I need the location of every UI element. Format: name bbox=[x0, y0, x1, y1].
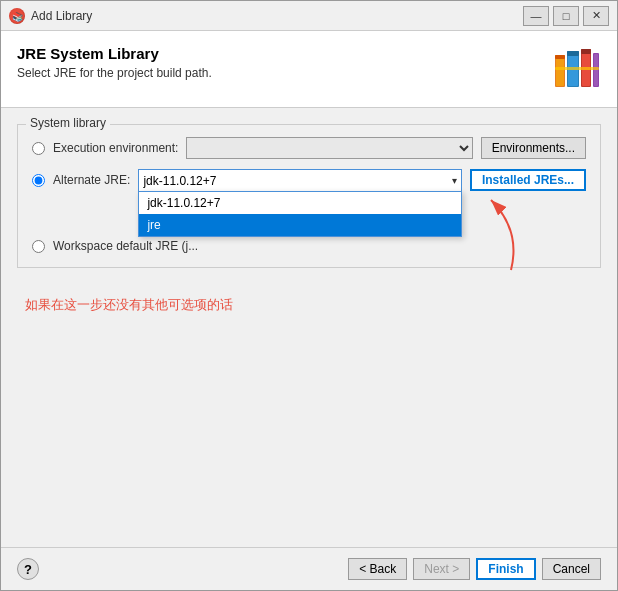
svg-text:📚: 📚 bbox=[12, 11, 24, 23]
annotation-text: 如果在这一步还没有其他可选项的话 bbox=[25, 296, 233, 314]
main-content: System library Execution environment: En… bbox=[1, 108, 617, 547]
window-title: Add Library bbox=[31, 9, 523, 23]
execution-env-row: Execution environment: Environments... bbox=[32, 137, 586, 159]
title-bar: 📚 Add Library — □ ✕ bbox=[1, 1, 617, 31]
maximize-button[interactable]: □ bbox=[553, 6, 579, 26]
header-icon bbox=[553, 45, 601, 93]
add-library-window: 📚 Add Library — □ ✕ JRE System Library S… bbox=[0, 0, 618, 591]
help-area: ? bbox=[17, 558, 39, 580]
workspace-default-radio[interactable] bbox=[32, 240, 45, 253]
dialog-title: JRE System Library bbox=[17, 45, 212, 62]
jre-option-jre[interactable]: jre bbox=[139, 214, 461, 236]
svg-rect-4 bbox=[555, 55, 565, 59]
execution-env-label: Execution environment: bbox=[53, 141, 178, 155]
environments-button[interactable]: Environments... bbox=[481, 137, 586, 159]
workspace-default-label: Workspace default JRE (j... bbox=[53, 239, 198, 253]
cancel-button[interactable]: Cancel bbox=[542, 558, 601, 580]
next-button[interactable]: Next > bbox=[413, 558, 470, 580]
jre-option-jdk[interactable]: jdk-11.0.12+7 bbox=[139, 192, 461, 214]
svg-rect-13 bbox=[555, 67, 599, 70]
minimize-button[interactable]: — bbox=[523, 6, 549, 26]
svg-rect-10 bbox=[581, 49, 591, 54]
group-label: System library bbox=[26, 116, 110, 130]
arrow-annotation bbox=[451, 190, 531, 280]
jre-dropdown-selected[interactable]: jdk-11.0.12+7 ▾ bbox=[138, 169, 462, 191]
alternate-jre-row: Alternate JRE: jdk-11.0.12+7 ▾ jdk-11.0.… bbox=[32, 169, 586, 191]
jre-selected-value: jdk-11.0.12+7 bbox=[143, 174, 216, 188]
jre-dropdown-menu: jdk-11.0.12+7 jre bbox=[138, 191, 462, 237]
action-buttons: < Back Next > Finish Cancel bbox=[348, 558, 601, 580]
close-button[interactable]: ✕ bbox=[583, 6, 609, 26]
title-controls: — □ ✕ bbox=[523, 6, 609, 26]
jre-dropdown-container: jdk-11.0.12+7 ▾ jdk-11.0.12+7 jre bbox=[138, 169, 462, 191]
alternate-jre-label: Alternate JRE: bbox=[53, 173, 130, 187]
svg-rect-7 bbox=[567, 51, 579, 56]
execution-env-radio[interactable] bbox=[32, 142, 45, 155]
finish-button[interactable]: Finish bbox=[476, 558, 535, 580]
dialog-subtitle: Select JRE for the project build path. bbox=[17, 66, 212, 80]
dialog-header: JRE System Library Select JRE for the pr… bbox=[1, 31, 617, 108]
execution-env-dropdown[interactable] bbox=[186, 137, 472, 159]
svg-rect-3 bbox=[556, 56, 564, 86]
alternate-jre-radio[interactable] bbox=[32, 174, 45, 187]
header-text: JRE System Library Select JRE for the pr… bbox=[17, 45, 212, 80]
dropdown-arrow-icon: ▾ bbox=[452, 175, 457, 186]
help-button[interactable]: ? bbox=[17, 558, 39, 580]
annotation-area: 如果在这一步还没有其他可选项的话 bbox=[17, 280, 601, 314]
dialog-footer: ? < Back Next > Finish Cancel bbox=[1, 547, 617, 590]
installed-jres-button[interactable]: Installed JREs... bbox=[470, 169, 586, 191]
back-button[interactable]: < Back bbox=[348, 558, 407, 580]
window-icon: 📚 bbox=[9, 8, 25, 24]
